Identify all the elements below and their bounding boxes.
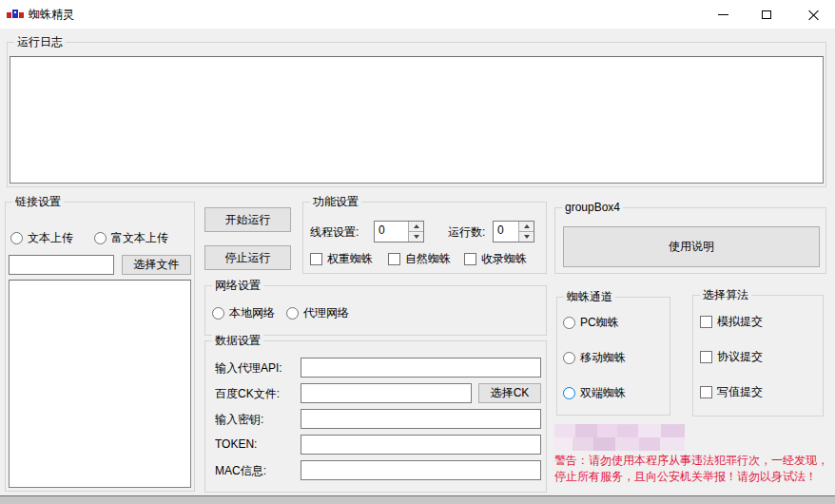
checkbox-natural-spider-label: 自然蜘蛛 <box>405 251 451 267</box>
group-box4: groupBox4 使用说明 <box>554 207 826 274</box>
group-link-settings: 链接设置 文本上传 富文本上传 选择文件 <box>5 202 195 492</box>
group-data-settings-label: 数据设置 <box>212 334 263 347</box>
radio-local-network[interactable]: 本地网络 <box>212 305 275 321</box>
app-window: 蜘蛛精灵 运行日志 链接设置 文本上传 富文本上传 选择文件 开始运行 停止运行… <box>0 0 835 504</box>
spin-up-icon <box>524 224 530 228</box>
censored-text-mosaic <box>554 424 685 451</box>
checkbox-protocol-submit[interactable]: 协议提交 <box>700 349 763 365</box>
group-network-settings-label: 网络设置 <box>212 279 263 292</box>
start-run-button[interactable]: 开始运行 <box>204 207 291 232</box>
group-function-settings-label: 功能设置 <box>310 195 361 208</box>
group-box4-label: groupBox4 <box>562 201 623 214</box>
stop-run-button[interactable]: 停止运行 <box>204 245 291 270</box>
mac-info-label: MAC信息: <box>215 463 266 479</box>
checkbox-write-value-submit[interactable]: 写值提交 <box>700 384 763 400</box>
radio-circle-icon <box>286 307 299 320</box>
radio-proxy-network-label: 代理网络 <box>303 305 349 321</box>
radio-dual-spider-label: 双端蜘蛛 <box>580 385 626 401</box>
checkbox-weight-spider-label: 权重蜘蛛 <box>327 251 373 267</box>
token-label: TOKEN: <box>215 437 257 451</box>
minimize-icon <box>718 14 728 15</box>
close-icon <box>808 10 819 20</box>
link-list-box[interactable] <box>9 280 191 488</box>
maximize-button[interactable] <box>745 0 788 29</box>
thread-setting-label: 线程设置: <box>310 224 359 241</box>
radio-text-upload[interactable]: 文本上传 <box>10 230 73 246</box>
secret-key-label: 输入密钥: <box>215 412 263 428</box>
checkbox-index-spider[interactable]: 收录蜘蛛 <box>464 251 527 267</box>
checkbox-icon <box>700 351 712 363</box>
radio-pc-spider-label: PC蜘蛛 <box>580 315 619 331</box>
proxy-api-label: 输入代理API: <box>215 360 282 377</box>
spin-down-icon <box>524 235 530 239</box>
link-file-input[interactable] <box>9 255 114 275</box>
checkbox-protocol-submit-label: 协议提交 <box>717 349 763 365</box>
thread-count-value: 0 <box>375 222 408 242</box>
thread-count-stepper[interactable]: 0 <box>374 221 424 242</box>
radio-local-network-label: 本地网络 <box>229 305 275 321</box>
maximize-icon <box>762 10 771 19</box>
spider-logo-icon <box>7 8 24 21</box>
titlebar[interactable]: 蜘蛛精灵 <box>0 0 835 29</box>
group-run-log: 运行日志 <box>7 42 826 187</box>
run-spin-up-button[interactable] <box>519 222 534 231</box>
group-link-settings-label: 链接设置 <box>12 195 64 208</box>
radio-circle-icon <box>563 352 575 364</box>
usage-instructions-button[interactable]: 使用说明 <box>563 226 820 267</box>
radio-rich-text-upload[interactable]: 富文本上传 <box>94 230 168 246</box>
radio-circle-icon <box>94 232 107 244</box>
choose-ck-button[interactable]: 选择CK <box>478 383 541 403</box>
proxy-api-input[interactable] <box>301 358 541 378</box>
run-count-label: 运行数: <box>448 224 485 241</box>
close-button[interactable] <box>791 0 835 29</box>
spin-down-icon <box>414 235 419 239</box>
secret-key-input[interactable] <box>301 409 541 429</box>
radio-circle-icon <box>212 307 224 320</box>
choose-file-button[interactable]: 选择文件 <box>122 255 191 275</box>
group-network-settings: 网络设置 本地网络 代理网络 <box>204 285 547 336</box>
checkbox-icon <box>388 253 400 265</box>
radio-mobile-spider-label: 移动蜘蛛 <box>580 350 626 366</box>
radio-circle-icon <box>563 317 575 329</box>
minimize-button[interactable] <box>701 0 745 29</box>
window-bottom-edge <box>0 495 835 504</box>
checkbox-simulate-submit[interactable]: 模拟提交 <box>700 314 763 330</box>
checkbox-icon <box>700 386 712 398</box>
window-title: 蜘蛛精灵 <box>29 7 74 23</box>
checkbox-icon <box>700 316 712 328</box>
thread-spin-up-button[interactable] <box>409 222 423 231</box>
run-count-stepper[interactable]: 0 <box>493 221 534 242</box>
checkbox-natural-spider[interactable]: 自然蜘蛛 <box>388 251 451 267</box>
group-select-algorithm: 选择算法 模拟提交 协议提交 写值提交 <box>692 295 824 417</box>
radio-circle-icon <box>563 387 575 399</box>
group-spider-channel: 蜘蛛通道 PC蜘蛛 移动蜘蛛 双端蜘蛛 <box>556 297 670 416</box>
spin-up-icon <box>414 224 419 228</box>
group-data-settings: 数据设置 输入代理API: 百度CK文件: 选择CK 输入密钥: TOKEN: … <box>204 340 547 493</box>
baidu-ck-file-label: 百度CK文件: <box>215 386 280 402</box>
radio-mobile-spider[interactable]: 移动蜘蛛 <box>563 350 626 366</box>
baidu-ck-file-input[interactable] <box>301 383 472 403</box>
radio-dual-spider[interactable]: 双端蜘蛛 <box>563 385 626 401</box>
group-select-algorithm-label: 选择算法 <box>700 288 751 301</box>
thread-spin-down-button[interactable] <box>409 231 423 242</box>
radio-circle-icon <box>10 232 23 244</box>
token-input[interactable] <box>301 435 541 455</box>
radio-rich-text-upload-label: 富文本上传 <box>111 230 168 246</box>
radio-pc-spider[interactable]: PC蜘蛛 <box>563 315 619 331</box>
group-spider-channel-label: 蜘蛛通道 <box>564 290 615 303</box>
checkbox-icon <box>464 253 476 265</box>
group-run-log-label: 运行日志 <box>14 35 66 48</box>
run-log-textarea[interactable] <box>10 56 824 184</box>
run-count-value: 0 <box>494 222 518 242</box>
radio-proxy-network[interactable]: 代理网络 <box>286 305 349 321</box>
radio-text-upload-label: 文本上传 <box>28 230 73 246</box>
checkbox-weight-spider[interactable]: 权重蜘蛛 <box>310 251 373 267</box>
checkbox-simulate-submit-label: 模拟提交 <box>717 314 763 330</box>
checkbox-index-spider-label: 收录蜘蛛 <box>481 251 527 267</box>
warning-text: 警告：请勿使用本程序从事违法犯罪行次，一经发现，停止所有服务，且向公安机关举报！… <box>554 453 832 485</box>
checkbox-write-value-submit-label: 写值提交 <box>717 384 763 400</box>
run-spin-down-button[interactable] <box>519 231 534 242</box>
group-function-settings: 功能设置 线程设置: 0 运行数: 0 权重蜘蛛 自然蜘蛛 收录 <box>302 202 547 274</box>
checkbox-icon <box>310 253 322 265</box>
mac-info-input[interactable] <box>301 460 541 480</box>
